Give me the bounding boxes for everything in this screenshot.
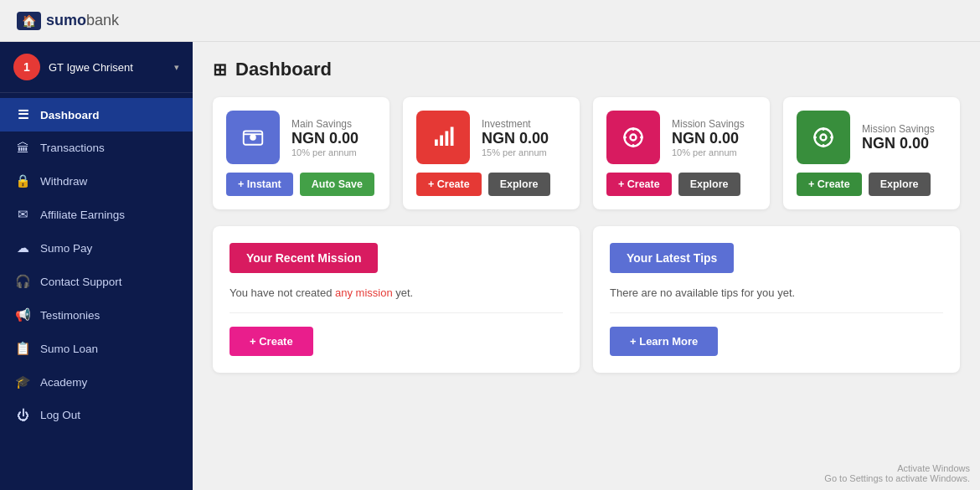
card-amount: NGN 0.00 <box>862 135 935 152</box>
sidebar-item-contact-support[interactable]: 🎧 Contact Support <box>0 265 193 298</box>
latest-tips-card: Your Latest Tips There are no available … <box>593 226 960 373</box>
content-area: ⊞ Dashboard Main Savings NGN 0.00 10% pe… <box>193 42 980 490</box>
svg-point-1 <box>250 134 256 141</box>
svg-point-12 <box>815 129 833 147</box>
user-profile[interactable]: 1 GT Igwe Chrisent ▾ <box>0 42 193 93</box>
main-savings-icon <box>226 111 280 164</box>
instant-button[interactable]: + Instant <box>226 173 293 196</box>
chevron-down-icon: ▾ <box>174 62 179 73</box>
card-info: Investment NGN 0.00 15% per annum <box>482 118 549 157</box>
highlight-text: any mission <box>335 286 393 299</box>
card-top: Main Savings NGN 0.00 10% per annum <box>226 111 376 164</box>
card-rate: 15% per annum <box>482 147 549 157</box>
card-label: Investment <box>482 118 549 130</box>
card-rate: 10% per annum <box>672 147 745 157</box>
latest-tips-text: There are no available tips for you yet. <box>610 286 943 313</box>
card-info: Mission Savings NGN 0.00 <box>862 123 935 152</box>
card-top: Investment NGN 0.00 15% per annum <box>416 111 566 164</box>
create-button[interactable]: + Create <box>606 173 672 196</box>
sidebar-item-sumo-pay[interactable]: ☁ Sumo Pay <box>0 231 193 265</box>
sidebar-item-label: Dashboard <box>40 109 100 121</box>
card-amount: NGN 0.00 <box>291 130 358 147</box>
create-button[interactable]: + Create <box>416 173 482 196</box>
svg-rect-4 <box>446 132 449 147</box>
card-top: Mission Savings NGN 0.00 <box>797 111 946 164</box>
sidebar-item-label: Sumo Pay <box>40 242 92 255</box>
top-header: 🏠 sumobank <box>0 0 980 42</box>
page-title-text: Dashboard <box>235 59 332 80</box>
logo-icon: 🏠 <box>17 12 41 30</box>
card-label: Main Savings <box>291 118 358 130</box>
sidebar-item-label: Academy <box>40 376 87 389</box>
page-title: ⊞ Dashboard <box>213 59 960 80</box>
recent-mission-header-btn[interactable]: Your Recent Mission <box>230 243 378 273</box>
svg-rect-5 <box>451 127 454 147</box>
sidebar-item-label: Affiliate Earnings <box>40 209 125 221</box>
card-actions: + Create Explore <box>797 173 946 196</box>
card-rate: 10% per annum <box>291 147 358 157</box>
explore-button[interactable]: Explore <box>869 173 931 196</box>
sidebar-item-label: Log Out <box>40 409 80 421</box>
recent-mission-text: You have not created any mission yet. <box>230 286 563 313</box>
sidebar-item-academy[interactable]: 🎓 Academy <box>0 365 193 399</box>
sidebar: 1 GT Igwe Chrisent ▾ ☰ Dashboard 🏛 Trans… <box>0 42 193 490</box>
svg-rect-2 <box>435 140 438 147</box>
svg-point-7 <box>631 135 637 141</box>
card-mission-savings-pink: Mission Savings NGN 0.00 10% per annum +… <box>593 97 770 209</box>
sidebar-item-label: Testimonies <box>40 309 100 322</box>
card-info: Mission Savings NGN 0.00 10% per annum <box>672 118 745 157</box>
sidebar-item-transactions[interactable]: 🏛 Transactions <box>0 132 193 164</box>
sidebar-item-label: Contact Support <box>40 276 122 288</box>
card-amount: NGN 0.00 <box>482 130 549 147</box>
card-mission-savings-green: Mission Savings NGN 0.00 + Create Explor… <box>783 97 960 209</box>
card-main-savings: Main Savings NGN 0.00 10% per annum + In… <box>213 97 389 209</box>
sumo-pay-icon: ☁ <box>15 240 30 255</box>
create-button[interactable]: + Create <box>797 173 862 196</box>
explore-button[interactable]: Explore <box>488 173 550 196</box>
explore-button[interactable]: Explore <box>678 173 740 196</box>
card-info: Main Savings NGN 0.00 10% per annum <box>291 118 358 157</box>
mission-savings-green-icon <box>797 111 850 164</box>
card-investment: Investment NGN 0.00 15% per annum + Crea… <box>403 97 580 209</box>
logo-text: sumobank <box>46 12 119 29</box>
dashboard-icon: ☰ <box>15 107 30 122</box>
card-actions: + Create Explore <box>416 173 566 196</box>
sidebar-item-label: Withdraw <box>40 175 87 188</box>
sidebar-item-label: Transactions <box>40 142 105 154</box>
svg-point-6 <box>625 129 642 147</box>
loan-icon: 📋 <box>15 341 30 356</box>
card-actions: + Instant Auto Save <box>226 173 376 196</box>
academy-icon: 🎓 <box>15 374 30 389</box>
logout-icon: ⏻ <box>15 408 30 422</box>
transactions-icon: 🏛 <box>15 141 30 155</box>
withdraw-icon: 🔒 <box>15 173 30 188</box>
card-label: Mission Savings <box>672 118 745 130</box>
sidebar-item-log-out[interactable]: ⏻ Log Out <box>0 399 193 431</box>
mission-savings-pink-icon <box>606 111 660 164</box>
sidebar-item-dashboard[interactable]: ☰ Dashboard <box>0 98 193 132</box>
sidebar-item-testimonies[interactable]: 📢 Testimonies <box>0 298 193 332</box>
sidebar-item-affiliate-earnings[interactable]: ✉ Affiliate Earnings <box>0 198 193 231</box>
affiliate-icon: ✉ <box>15 207 30 222</box>
recent-mission-card: Your Recent Mission You have not created… <box>213 226 580 373</box>
sidebar-username: GT Igwe Chrisent <box>49 61 166 74</box>
learn-more-button[interactable]: + Learn More <box>610 327 718 356</box>
svg-rect-3 <box>440 136 443 147</box>
create-mission-button[interactable]: + Create <box>230 327 313 356</box>
latest-tips-header-btn[interactable]: Your Latest Tips <box>610 243 734 273</box>
logo: 🏠 sumobank <box>17 12 119 30</box>
avatar: 1 <box>13 54 40 80</box>
svg-point-13 <box>821 135 827 141</box>
logo-sumo: sumo <box>46 12 86 28</box>
card-amount: NGN 0.00 <box>672 130 745 147</box>
sidebar-item-sumo-loan[interactable]: 📋 Sumo Loan <box>0 332 193 365</box>
testimonies-icon: 📢 <box>15 307 30 322</box>
card-label: Mission Savings <box>862 123 935 135</box>
sidebar-item-withdraw[interactable]: 🔒 Withdraw <box>0 164 193 198</box>
logo-bank: bank <box>86 12 119 28</box>
main-layout: 1 GT Igwe Chrisent ▾ ☰ Dashboard 🏛 Trans… <box>0 42 980 490</box>
bottom-row: Your Recent Mission You have not created… <box>213 226 960 373</box>
autosave-button[interactable]: Auto Save <box>300 173 374 196</box>
sidebar-item-label: Sumo Loan <box>40 343 98 355</box>
card-actions: + Create Explore <box>606 173 756 196</box>
